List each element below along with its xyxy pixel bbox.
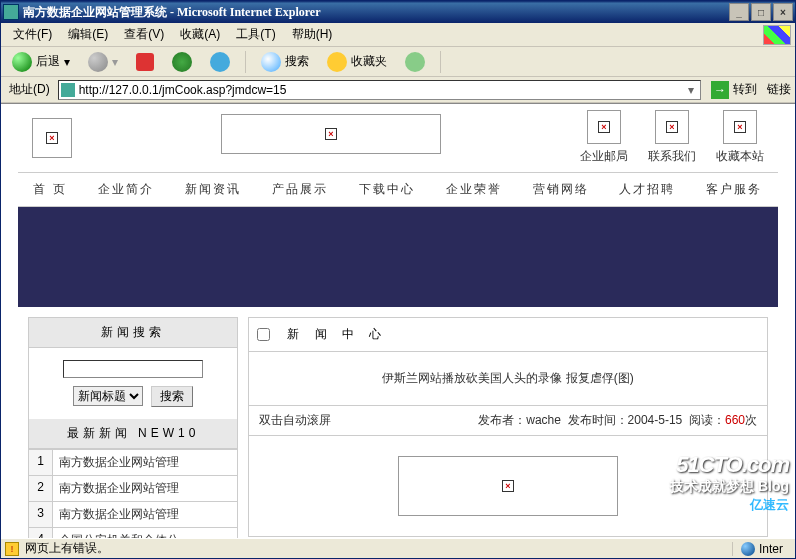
stop-button[interactable] <box>129 50 161 74</box>
bookmark-broken-image: × <box>723 110 757 144</box>
article-meta: 双击自动滚屏 发布者：wache 发布时间：2004-5-15 阅读：660次 <box>249 405 767 436</box>
nav-honor[interactable]: 企业荣誉 <box>446 181 502 198</box>
back-label: 后退 <box>36 53 60 70</box>
home-button[interactable] <box>203 49 237 75</box>
zone-label: Inter <box>759 542 783 556</box>
windows-logo-icon <box>763 25 791 45</box>
list-num: 2 <box>29 476 53 501</box>
forward-button[interactable]: ▾ <box>81 49 125 75</box>
separator <box>245 51 246 73</box>
broken-image-icon: × <box>598 121 610 133</box>
page: × × × 企业邮局 × 联系我们 × 收藏本站 <box>18 104 778 538</box>
menu-edit[interactable]: 编辑(E) <box>60 24 116 45</box>
section-checkbox[interactable] <box>257 328 270 341</box>
chevron-down-icon: ▾ <box>112 55 118 69</box>
list-item[interactable]: 2南方数据企业网站管理 <box>29 475 237 501</box>
broken-image-icon: × <box>734 121 746 133</box>
toolbar: 后退 ▾ ▾ 搜索 收藏夹 <box>1 47 795 77</box>
menubar: 文件(F) 编辑(E) 查看(V) 收藏(A) 工具(T) 帮助(H) <box>1 23 795 47</box>
titlebar: 南方数据企业网站管理系统 - Microsoft Internet Explor… <box>1 1 795 23</box>
home-icon <box>210 52 230 72</box>
left-column: 新闻搜索 新闻标题 搜索 最新新闻 NEW10 1南方数据企业网站管理 2南方数… <box>28 317 238 538</box>
list-item[interactable]: 1南方数据企业网站管理 <box>29 449 237 475</box>
toplink-contact[interactable]: × 联系我们 <box>648 110 696 165</box>
search-heading: 新闻搜索 <box>29 318 237 348</box>
publisher-label: 发布者： <box>478 413 526 427</box>
url-box[interactable]: ▾ <box>58 80 701 100</box>
nav-network[interactable]: 营销网络 <box>533 181 589 198</box>
maximize-button[interactable]: □ <box>751 3 771 21</box>
search-input[interactable] <box>63 360 203 378</box>
article-section: 新 闻 中 心 <box>249 318 767 352</box>
top-links: × 企业邮局 × 联系我们 × 收藏本站 <box>580 108 774 165</box>
star-icon <box>327 52 347 72</box>
search-icon <box>261 52 281 72</box>
columns: 新闻搜索 新闻标题 搜索 最新新闻 NEW10 1南方数据企业网站管理 2南方数… <box>18 307 778 538</box>
reads-suffix: 次 <box>745 413 757 427</box>
favorites-label: 收藏夹 <box>351 53 387 70</box>
time: 2004-5-15 <box>628 413 683 427</box>
article-broken-image: × <box>398 456 618 516</box>
ie-window: 南方数据企业网站管理系统 - Microsoft Internet Explor… <box>0 0 796 559</box>
meta-right: 发布者：wache 发布时间：2004-5-15 阅读：660次 <box>478 412 757 429</box>
ie-icon <box>3 4 19 20</box>
list-num: 4 <box>29 528 53 538</box>
list-title: 南方数据企业网站管理 <box>53 450 237 475</box>
warning-icon: ! <box>5 542 19 556</box>
links-label[interactable]: 链接 <box>767 81 791 98</box>
menu-view[interactable]: 查看(V) <box>116 24 172 45</box>
publisher: wache <box>526 413 561 427</box>
nav-service[interactable]: 客户服务 <box>706 181 762 198</box>
hero-banner <box>18 207 778 307</box>
toplink-bookmark[interactable]: × 收藏本站 <box>716 110 764 165</box>
favorites-button[interactable]: 收藏夹 <box>320 49 394 75</box>
chevron-down-icon: ▾ <box>64 55 70 69</box>
nav-home[interactable]: 首 页 <box>33 181 66 198</box>
back-button[interactable]: 后退 ▾ <box>5 49 77 75</box>
window-title: 南方数据企业网站管理系统 - Microsoft Internet Explor… <box>23 4 727 21</box>
page-icon <box>61 83 75 97</box>
toplink-mail[interactable]: × 企业邮局 <box>580 110 628 165</box>
search-button[interactable]: 搜索 <box>254 49 316 75</box>
refresh-button[interactable] <box>165 49 199 75</box>
go-button[interactable]: → 转到 <box>705 79 763 101</box>
list-item[interactable]: 4全国公安机关和全体公 <box>29 527 237 538</box>
url-dropdown-icon[interactable]: ▾ <box>684 83 698 97</box>
content-area[interactable]: × × × 企业邮局 × 联系我们 × 收藏本站 <box>1 103 795 538</box>
article-title: 伊斯兰网站播放砍美国人头的录像 报复虐俘(图) <box>249 352 767 405</box>
address-label: 地址(D) <box>5 81 54 98</box>
address-bar: 地址(D) ▾ → 转到 链接 <box>1 77 795 103</box>
nav-products[interactable]: 产品展示 <box>272 181 328 198</box>
zone-indicator: Inter <box>732 542 791 556</box>
list-num: 1 <box>29 450 53 475</box>
status-bar: ! 网页上有错误。 Inter <box>1 538 795 558</box>
menu-file[interactable]: 文件(F) <box>5 24 60 45</box>
close-button[interactable]: × <box>773 3 793 21</box>
right-column: 新 闻 中 心 伊斯兰网站播放砍美国人头的录像 报复虐俘(图) 双击自动滚屏 发… <box>248 317 768 537</box>
menu-help[interactable]: 帮助(H) <box>284 24 341 45</box>
url-input[interactable] <box>79 83 684 97</box>
minimize-button[interactable]: _ <box>729 3 749 21</box>
toplink-mail-label: 企业邮局 <box>580 148 628 165</box>
list-num: 3 <box>29 502 53 527</box>
latest-heading: 最新新闻 NEW10 <box>29 419 237 449</box>
contact-broken-image: × <box>655 110 689 144</box>
menu-favorites[interactable]: 收藏(A) <box>172 24 228 45</box>
internet-zone-icon <box>741 542 755 556</box>
list-title: 全国公安机关和全体公 <box>53 528 237 538</box>
go-icon: → <box>711 81 729 99</box>
nav-jobs[interactable]: 人才招聘 <box>619 181 675 198</box>
list-item[interactable]: 3南方数据企业网站管理 <box>29 501 237 527</box>
nav-download[interactable]: 下载中心 <box>359 181 415 198</box>
back-icon <box>12 52 32 72</box>
search-button[interactable]: 搜索 <box>151 386 193 407</box>
history-button[interactable] <box>398 49 432 75</box>
separator <box>440 51 441 73</box>
nav-news[interactable]: 新闻资讯 <box>185 181 241 198</box>
menu-tools[interactable]: 工具(T) <box>228 24 283 45</box>
broken-image-icon: × <box>325 128 337 140</box>
section-label: 新 闻 中 心 <box>287 327 387 341</box>
list-title: 南方数据企业网站管理 <box>53 502 237 527</box>
nav-about[interactable]: 企业简介 <box>98 181 154 198</box>
search-select[interactable]: 新闻标题 <box>73 386 143 406</box>
